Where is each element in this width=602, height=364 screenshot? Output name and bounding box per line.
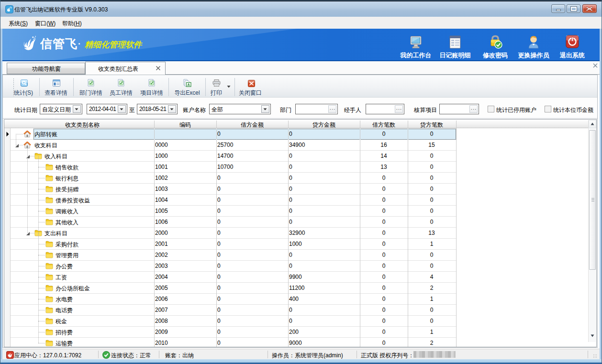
svg-text:精细化管理软件: 精细化管理软件 [84, 40, 143, 49]
svg-text:·: · [78, 39, 81, 49]
svg-text:日记账明细: 日记账明细 [440, 52, 471, 59]
svg-text:信管飞: 信管飞 [40, 37, 78, 50]
svg-text:修改密码: 修改密码 [482, 52, 508, 59]
svg-text:退出系统: 退出系统 [559, 52, 585, 59]
